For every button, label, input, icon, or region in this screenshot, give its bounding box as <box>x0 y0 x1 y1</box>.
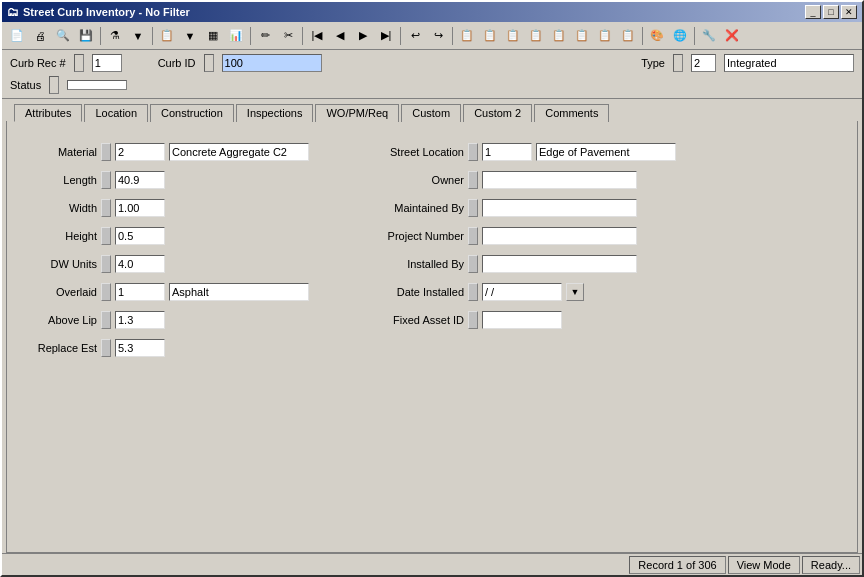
curb-rec-input[interactable] <box>92 54 122 72</box>
date-installed-indicator <box>468 283 478 301</box>
copy-btn5[interactable]: 📋 <box>548 25 570 47</box>
left-form-col: Material Length Width <box>17 141 309 359</box>
minimize-button[interactable]: _ <box>805 5 821 19</box>
record-count: Record 1 of 306 <box>629 556 725 574</box>
redo-button[interactable]: ↪ <box>427 25 449 47</box>
header-row1: Curb Rec # Curb ID Type <box>10 54 854 72</box>
cut-button[interactable]: ✂ <box>277 25 299 47</box>
date-picker-button[interactable]: ▼ <box>566 283 584 301</box>
street-location-value[interactable] <box>536 143 676 161</box>
replace-est-label: Replace Est <box>17 342 97 354</box>
copy-btn3[interactable]: 📋 <box>502 25 524 47</box>
date-installed-input[interactable] <box>482 283 562 301</box>
tab-inspections[interactable]: Inspections <box>236 104 314 122</box>
owner-label: Owner <box>369 174 464 186</box>
replace-est-value[interactable] <box>115 339 165 357</box>
length-value[interactable] <box>115 171 165 189</box>
curb-id-indicator <box>204 54 214 72</box>
view-button[interactable]: 📋 <box>156 25 178 47</box>
maintained-by-indicator <box>468 199 478 217</box>
copy-btn7[interactable]: 📋 <box>594 25 616 47</box>
nav-last[interactable]: ▶| <box>375 25 397 47</box>
grid-button[interactable]: ▦ <box>202 25 224 47</box>
above-lip-value[interactable] <box>115 311 165 329</box>
field-project-number: Project Number <box>369 225 676 247</box>
field-length: Length <box>17 169 309 191</box>
curb-id-input[interactable] <box>222 54 322 72</box>
close-btn[interactable]: ❌ <box>721 25 743 47</box>
tab-attributes[interactable]: Attributes <box>14 104 82 122</box>
curb-rec-indicator <box>74 54 84 72</box>
close-button[interactable]: ✕ <box>841 5 857 19</box>
overlaid-indicator <box>101 283 111 301</box>
copy-btn2[interactable]: 📋 <box>479 25 501 47</box>
curb-id-label: Curb ID <box>158 57 196 69</box>
maximize-button[interactable]: □ <box>823 5 839 19</box>
tab-comments[interactable]: Comments <box>534 104 609 122</box>
main-window: 🗂 Street Curb Inventory - No Filter _ □ … <box>0 0 864 577</box>
edit-button[interactable]: ✏ <box>254 25 276 47</box>
dw-units-value[interactable] <box>115 255 165 273</box>
header-row2: Status <box>10 76 854 94</box>
installed-by-indicator <box>468 255 478 273</box>
width-value[interactable] <box>115 199 165 217</box>
color-button[interactable]: 🎨 <box>646 25 668 47</box>
height-indicator <box>101 227 111 245</box>
toolbar: 📄 🖨 🔍 💾 ⚗ ▼ 📋 ▼ ▦ 📊 ✏ ✂ |◀ ◀ ▶ ▶| ↩ ↪ 📋 … <box>2 22 862 50</box>
field-installed-by: Installed By <box>369 253 676 275</box>
fixed-asset-id-label: Fixed Asset ID <box>369 314 464 326</box>
copy-btn6[interactable]: 📋 <box>571 25 593 47</box>
tab-custom2[interactable]: Custom 2 <box>463 104 532 122</box>
status-scroll-track <box>67 80 127 90</box>
tab-custom[interactable]: Custom <box>401 104 461 122</box>
tab-construction[interactable]: Construction <box>150 104 234 122</box>
overlaid-value[interactable] <box>169 283 309 301</box>
status-label: Status <box>10 79 41 91</box>
type-label: Type <box>641 57 665 69</box>
tab-wo-pm-req[interactable]: WO/PM/Req <box>315 104 399 122</box>
length-indicator <box>101 171 111 189</box>
street-location-code[interactable] <box>482 143 532 161</box>
print-button[interactable]: 🖨 <box>29 25 51 47</box>
material-label: Material <box>17 146 97 158</box>
height-value[interactable] <box>115 227 165 245</box>
field-maintained-by: Maintained By <box>369 197 676 219</box>
tabs-container: Attributes Location Construction Inspect… <box>6 99 858 121</box>
tabs-area: Attributes Location Construction Inspect… <box>6 99 858 553</box>
search-button[interactable]: 🔍 <box>52 25 74 47</box>
nav-next[interactable]: ▶ <box>352 25 374 47</box>
type-text-input[interactable] <box>724 54 854 72</box>
form-grid: Material Length Width <box>17 141 847 359</box>
undo-button[interactable]: ↩ <box>404 25 426 47</box>
installed-by-value[interactable] <box>482 255 637 273</box>
tools-button[interactable]: 🔧 <box>698 25 720 47</box>
filter-button[interactable]: ⚗ <box>104 25 126 47</box>
installed-by-label: Installed By <box>369 258 464 270</box>
web-button[interactable]: 🌐 <box>669 25 691 47</box>
nav-first[interactable]: |◀ <box>306 25 328 47</box>
project-number-value[interactable] <box>482 227 637 245</box>
copy-btn1[interactable]: 📋 <box>456 25 478 47</box>
window-title: Street Curb Inventory - No Filter <box>23 6 190 18</box>
type-code-input[interactable] <box>691 54 716 72</box>
owner-value[interactable] <box>482 171 637 189</box>
view-dropdown[interactable]: ▼ <box>179 25 201 47</box>
project-number-label: Project Number <box>369 230 464 242</box>
field-replace-est: Replace Est <box>17 337 309 359</box>
new-button[interactable]: 📄 <box>6 25 28 47</box>
nav-prev[interactable]: ◀ <box>329 25 351 47</box>
overlaid-code[interactable] <box>115 283 165 301</box>
save-button[interactable]: 💾 <box>75 25 97 47</box>
material-code[interactable] <box>115 143 165 161</box>
filter-dropdown[interactable]: ▼ <box>127 25 149 47</box>
fixed-asset-id-value[interactable] <box>482 311 562 329</box>
tab-location[interactable]: Location <box>84 104 148 122</box>
field-material: Material <box>17 141 309 163</box>
copy-btn8[interactable]: 📋 <box>617 25 639 47</box>
material-value[interactable] <box>169 143 309 161</box>
sep3 <box>250 27 251 45</box>
width-indicator <box>101 199 111 217</box>
report-button[interactable]: 📊 <box>225 25 247 47</box>
copy-btn4[interactable]: 📋 <box>525 25 547 47</box>
maintained-by-value[interactable] <box>482 199 637 217</box>
